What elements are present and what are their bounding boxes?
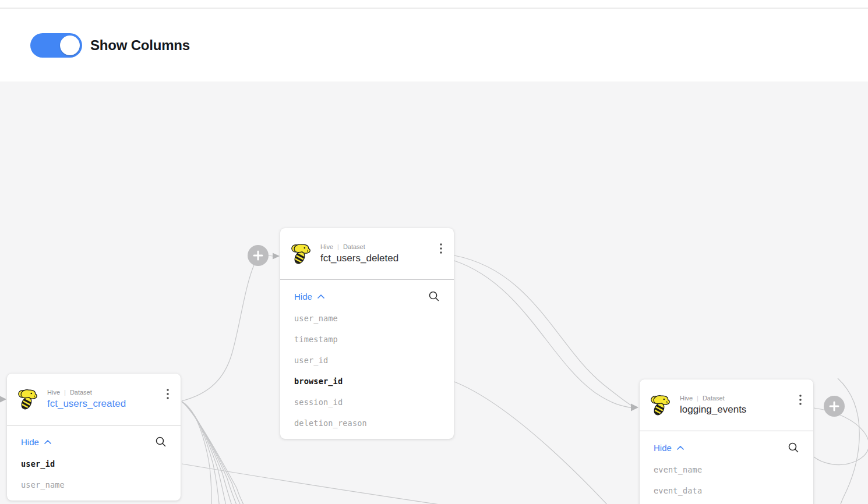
edge-arrowhead — [273, 253, 280, 260]
column-row[interactable]: user_id — [21, 453, 167, 474]
dataset-node-fct-users-deleted[interactable]: Hive | Dataset fct_users_deleted Hide — [280, 228, 454, 439]
separator: | — [337, 243, 339, 250]
toggle-knob — [60, 36, 80, 55]
column-row[interactable]: user_name — [294, 308, 440, 329]
hide-label: Hide — [21, 437, 39, 447]
node-header: Hive | Dataset fct_users_created — [7, 374, 181, 425]
show-columns-label: Show Columns — [90, 33, 190, 58]
column-row[interactable]: session_id — [294, 392, 440, 413]
node-type-row: Hive | Dataset — [320, 243, 398, 250]
chevron-up-icon — [44, 440, 51, 444]
topbar: Show Columns — [0, 0, 868, 81]
edge — [182, 264, 255, 401]
lineage-page: Show Columns — [0, 0, 868, 504]
search-icon[interactable] — [155, 436, 167, 448]
node-columns-panel: Hide event_name event_data — [640, 431, 813, 504]
column-row[interactable]: event_data — [654, 480, 799, 501]
kebab-menu-icon[interactable] — [437, 242, 444, 257]
hive-logo-icon — [290, 242, 313, 265]
kebab-menu-icon[interactable] — [797, 393, 804, 409]
search-icon[interactable] — [788, 442, 799, 453]
edge — [182, 402, 211, 504]
edge — [454, 382, 628, 504]
lineage-canvas[interactable]: Hive | Dataset fct_users_created Hide — [0, 81, 868, 504]
kebab-menu-icon[interactable] — [164, 388, 171, 403]
hide-label: Hide — [294, 292, 312, 301]
column-row[interactable]: deletion_reason — [294, 413, 440, 434]
column-row[interactable]: browser_id — [294, 371, 440, 392]
entity-type-label: Dataset — [343, 243, 365, 250]
chevron-up-icon — [317, 294, 324, 299]
column-row[interactable]: user_id — [294, 350, 440, 371]
column-row[interactable]: event_name — [654, 459, 799, 480]
node-title-link[interactable]: fct_users_deleted — [320, 253, 398, 264]
hive-logo-icon — [16, 388, 40, 411]
hide-columns-link[interactable]: Hide — [21, 437, 51, 447]
hide-columns-link[interactable]: Hide — [654, 443, 684, 453]
topbar-divider — [0, 8, 868, 9]
edge — [182, 402, 237, 504]
edge — [269, 255, 273, 256]
entity-type-label: Dataset — [703, 395, 725, 402]
platform-label: Hive — [47, 389, 60, 396]
edge-arrowhead — [0, 396, 6, 403]
platform-label: Hive — [680, 395, 693, 402]
edge — [454, 255, 633, 406]
dataset-node-fct-users-created[interactable]: Hive | Dataset fct_users_created Hide — [7, 374, 181, 501]
edge — [182, 402, 285, 504]
edge — [814, 408, 868, 465]
node-type-row: Hive | Dataset — [680, 395, 746, 402]
plus-icon — [253, 250, 263, 261]
column-row[interactable]: timestamp — [294, 329, 440, 350]
node-columns-panel: Hide user_id user_name — [7, 425, 181, 501]
entity-type-label: Dataset — [70, 389, 92, 396]
hide-columns-link[interactable]: Hide — [294, 292, 324, 301]
column-row[interactable]: timestamp — [654, 501, 799, 504]
node-type-row: Hive | Dataset — [47, 389, 126, 396]
expand-upstream-button[interactable] — [248, 245, 269, 266]
hide-label: Hide — [654, 443, 672, 453]
node-header: Hive | Dataset logging_events — [640, 379, 813, 431]
edge — [182, 464, 629, 504]
node-title-link[interactable]: logging_events — [680, 404, 746, 416]
search-icon[interactable] — [428, 290, 440, 302]
platform-label: Hive — [320, 243, 333, 250]
node-columns-panel: Hide user_name timestamp — [280, 280, 454, 439]
edge — [182, 402, 269, 504]
dataset-node-logging-events[interactable]: Hive | Dataset logging_events Hide — [640, 379, 813, 504]
edge — [454, 261, 633, 408]
show-columns-toggle[interactable] — [30, 33, 82, 58]
separator: | — [697, 395, 698, 402]
separator: | — [64, 389, 66, 396]
chevron-up-icon — [677, 446, 684, 450]
node-header: Hive | Dataset fct_users_deleted — [280, 228, 454, 279]
column-row[interactable]: user_name — [21, 474, 167, 495]
plus-icon — [829, 401, 839, 411]
edge — [0, 391, 1, 399]
node-title-link[interactable]: fct_users_created — [47, 398, 126, 410]
edge — [182, 402, 253, 504]
expand-downstream-button[interactable] — [824, 396, 845, 417]
edge — [182, 402, 221, 504]
hive-logo-icon — [649, 393, 672, 417]
edge-arrowhead — [631, 404, 638, 411]
